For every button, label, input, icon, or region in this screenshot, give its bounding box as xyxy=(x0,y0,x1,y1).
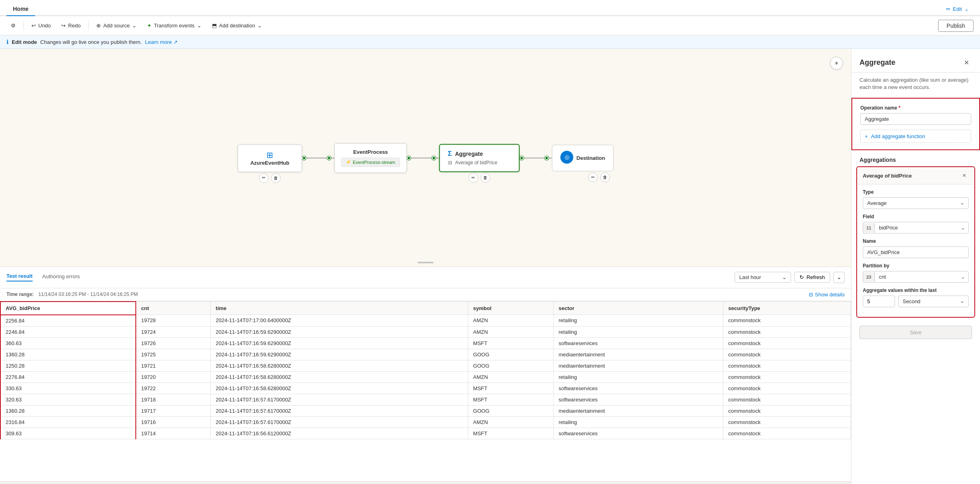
publish-button[interactable]: Publish xyxy=(938,20,974,32)
add-source-button[interactable]: ⊕ Add source ⌄ xyxy=(92,20,141,31)
redo-icon: ↪ xyxy=(61,23,66,29)
transform-events-button[interactable]: ✦ Transform events ⌄ xyxy=(143,20,206,31)
redo-button[interactable]: ↪ Redo xyxy=(57,20,85,31)
col-avg-bid-price: AVG_bidPrice xyxy=(0,302,136,315)
external-link-icon: ↗ xyxy=(173,39,178,45)
edit-node-btn[interactable]: ✏ xyxy=(259,173,269,183)
stream-icon: ⚡ xyxy=(346,160,351,165)
delete-node-btn[interactable]: 🗑 xyxy=(271,173,281,183)
connector-line-2 xyxy=(411,158,432,159)
separator-1 xyxy=(23,21,24,31)
within-group: Aggregate values within the last Second … xyxy=(863,288,969,307)
edit-mode-label: Edit mode xyxy=(12,39,37,45)
refresh-button[interactable]: ↻ Refresh xyxy=(794,272,830,283)
table-row: 1360.28197172024-11-14T07:16:57.6170000Z… xyxy=(0,405,851,416)
pipeline-nodes: ⊞ AzureEventHub ✏ 🗑 EventProcess xyxy=(238,143,614,173)
aggregations-title: Aggregations xyxy=(851,150,980,166)
table-row: 2256.84197282024-11-14T07:17:00.6400000Z… xyxy=(0,315,851,327)
expand-icon: ⌄ xyxy=(837,274,841,280)
expand-button[interactable]: ⌄ xyxy=(833,272,845,283)
connector-line-3 xyxy=(524,158,545,159)
within-unit-select[interactable]: Second Minute Hour xyxy=(898,296,969,307)
add-source-icon: ⊕ xyxy=(96,23,101,29)
pipeline-canvas[interactable]: ⊞ AzureEventHub ✏ 🗑 EventProcess xyxy=(0,49,851,267)
table-row: 1360.28197252024-11-14T07:16:59.6290000Z… xyxy=(0,349,851,360)
tab-test-result[interactable]: Test result xyxy=(6,273,33,281)
table-row: 2276.84197202024-11-14T07:16:58.6280000Z… xyxy=(0,371,851,383)
connector-dot-4 xyxy=(432,156,436,160)
delete-dest-btn[interactable]: 🗑 xyxy=(600,173,610,182)
tab-authoring-errors[interactable]: Authoring errors xyxy=(42,273,80,281)
node-azure-event-hub[interactable]: ⊞ AzureEventHub ✏ 🗑 xyxy=(238,144,302,172)
panel-close-button[interactable]: ✕ xyxy=(961,57,972,68)
edit-dest-btn[interactable]: ✏ xyxy=(588,173,598,182)
operation-name-input[interactable] xyxy=(860,113,971,125)
separator-2 xyxy=(88,21,89,31)
agg-card-body: Type Average Sum Count Min Max Field xyxy=(857,184,974,317)
connector-dot-6 xyxy=(545,156,549,160)
name-input[interactable] xyxy=(863,246,969,258)
edit-button[interactable]: ✏ Edit ⌄ xyxy=(941,3,974,15)
add-destination-button[interactable]: ⬒ Add destination ⌄ xyxy=(208,20,267,31)
type-select[interactable]: Average Sum Count Min Max xyxy=(863,197,969,209)
test-panel-header: Test result Authoring errors Last hour ⌄… xyxy=(0,267,851,288)
panel-header: Aggregate ✕ xyxy=(851,49,980,72)
save-button[interactable]: Save xyxy=(860,326,972,339)
data-table-container[interactable]: AVG_bidPrice cnt time symbol sector secu… xyxy=(0,301,851,482)
test-panel: Test result Authoring errors Last hour ⌄… xyxy=(0,267,851,484)
refresh-icon: ↻ xyxy=(799,274,804,280)
add-source-chevron-icon: ⌄ xyxy=(132,23,137,29)
partition-by-group: Partition by 23 cnt ⌄ xyxy=(863,263,969,283)
partition-type-icon: 23 xyxy=(863,272,875,282)
partition-value: cnt xyxy=(875,271,957,282)
col-security-type: securityType xyxy=(723,302,851,315)
edit-chevron-icon: ⌄ xyxy=(964,6,969,12)
field-type-icon: 11 xyxy=(863,223,875,233)
node-aggregate[interactable]: Σ Aggregate ⊟ Average of bidPrice ✏ 🗑 xyxy=(439,144,520,172)
canvas-container: ⊞ AzureEventHub ✏ 🗑 EventProcess xyxy=(0,49,851,484)
add-aggregate-function-button[interactable]: + Add aggregate function xyxy=(860,130,971,143)
field-group: Field 11 bidPrice ⌄ xyxy=(863,214,969,234)
show-details-button[interactable]: ⊟ Show details xyxy=(809,292,845,298)
azure-event-hub-title: AzureEventHub xyxy=(246,160,294,166)
edit-aggregate-btn[interactable]: ✏ xyxy=(469,173,478,183)
settings-button[interactable]: ⚙ xyxy=(6,20,20,31)
event-process-title: EventProcess xyxy=(341,149,400,155)
col-cnt: cnt xyxy=(136,302,211,315)
learn-more-link[interactable]: Learn more ↗ xyxy=(145,39,178,45)
within-num-input[interactable] xyxy=(863,296,895,307)
connector-line-1 xyxy=(306,158,327,159)
field-input[interactable]: 11 bidPrice ⌄ xyxy=(863,222,969,234)
connector-dot-5 xyxy=(520,156,524,160)
field-value: bidPrice xyxy=(875,222,957,233)
time-range-value: 11/14/24 03:16:25 PM - 11/14/24 04:16:25… xyxy=(38,292,138,297)
settings-icon: ⚙ xyxy=(11,23,16,29)
col-symbol: symbol xyxy=(468,302,554,315)
partition-by-input[interactable]: 23 cnt ⌄ xyxy=(863,271,969,283)
table-row: 330.63197222024-11-14T07:16:58.6280000ZM… xyxy=(0,383,851,394)
type-label: Type xyxy=(863,189,969,195)
info-icon: ℹ xyxy=(6,39,8,45)
panel-title: Aggregate xyxy=(860,58,895,67)
delete-aggregate-btn[interactable]: 🗑 xyxy=(481,173,490,183)
canvas-add-button[interactable]: + xyxy=(830,57,843,70)
node-event-process[interactable]: EventProcess ⚡ EventProcess-stream xyxy=(334,143,407,173)
agg-card-header: Average of bidPrice ✕ xyxy=(857,167,974,184)
tab-home[interactable]: Home xyxy=(6,2,35,16)
agg-card-close-button[interactable]: ✕ xyxy=(960,171,969,180)
test-controls: Last hour ⌄ ↻ Refresh ⌄ xyxy=(735,272,845,283)
horizontal-scrollbar[interactable] xyxy=(0,481,851,484)
aggregate-node-header: Σ Aggregate xyxy=(448,151,511,158)
agg-card-title: Average of bidPrice xyxy=(863,173,912,179)
edit-icon: ✏ xyxy=(946,6,951,12)
connector-dot-3 xyxy=(407,156,411,160)
transform-chevron-icon: ⌄ xyxy=(197,23,201,29)
node-destination[interactable]: ◎ Destination ✏ 🗑 xyxy=(552,145,614,172)
undo-icon: ↩ xyxy=(31,23,36,29)
name-group: Name xyxy=(863,238,969,258)
avg-icon: ⊟ xyxy=(448,160,452,166)
undo-button[interactable]: ↩ Undo xyxy=(27,20,55,31)
destination-icon: ◎ xyxy=(561,151,573,164)
info-bar: ℹ Edit mode Changes will go live once yo… xyxy=(0,35,980,49)
time-range-select[interactable]: Last hour ⌄ xyxy=(735,272,791,283)
